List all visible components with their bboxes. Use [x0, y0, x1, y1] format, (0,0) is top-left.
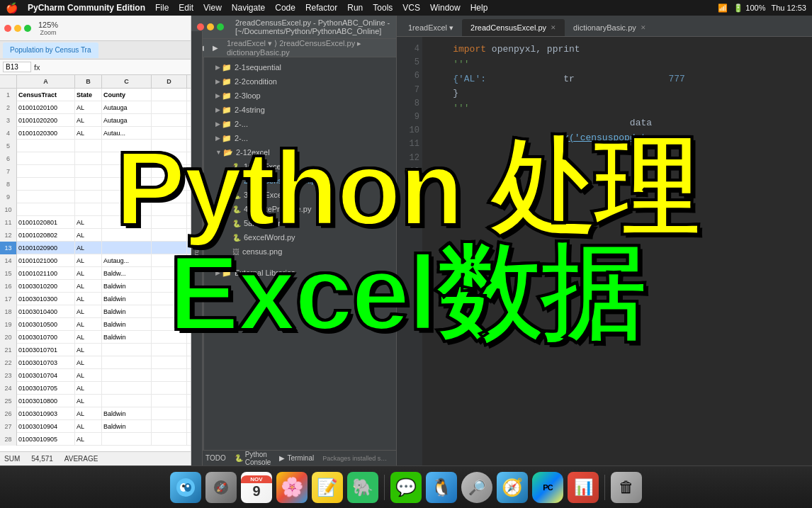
tree-file-5others[interactable]: 🐍 5andOthers.py	[204, 216, 396, 230]
expand-icon: ▶	[215, 269, 220, 276]
svg-text:🚀: 🚀	[216, 482, 227, 492]
sum-value: 54,571	[31, 455, 53, 463]
folder-icon: 📁	[222, 106, 232, 115]
tree-item-label: 5andOthers.py	[244, 219, 295, 227]
tree-item-label: External Libraries	[235, 269, 295, 277]
python-file-icon: 🐍	[232, 163, 241, 171]
table-row: 22 01003010703 AL	[0, 356, 191, 369]
tree-file-4update[interactable]: 🐍 4updateProduce.py	[204, 202, 396, 216]
table-row: 12 01001020802 AL	[0, 229, 191, 242]
cell-reference-input[interactable]	[3, 62, 31, 72]
code-editor-panel: 1readExcel ▾ 2readCensusExcel.py ✕ dicti…	[397, 16, 812, 465]
tree-file-3writeexcel[interactable]: 🐍 3writeExcel.py	[204, 188, 396, 202]
menu-tools[interactable]: Tools	[373, 3, 393, 13]
zoom-label: Zoom	[40, 29, 57, 36]
menu-view[interactable]: View	[203, 3, 222, 13]
battery-icon: 🔋 100%	[733, 4, 765, 13]
tree-external-libs[interactable]: ▶ 📁 External Libraries	[204, 266, 396, 280]
menu-run[interactable]: Run	[347, 3, 363, 13]
col-header-c: C	[102, 75, 152, 88]
spreadsheet-panel: 125% Zoom Population by Census Tra fx A …	[0, 16, 191, 465]
status-message: Packages installed successfully: Install…	[322, 455, 390, 462]
menu-help[interactable]: Help	[470, 3, 488, 13]
minimize-button[interactable]	[14, 25, 21, 32]
sum-label: SUM	[4, 455, 20, 463]
editor-tab-2readcensus[interactable]: 2readCensusExcel.py ✕	[462, 19, 565, 36]
expand-icon: ▶	[215, 106, 220, 113]
tree-folder-loop[interactable]: ▶ 📁 2-3loop	[204, 89, 396, 103]
nav-forward[interactable]: ▶	[210, 43, 221, 53]
calendar-day: 9	[252, 483, 260, 499]
table-row: 11 01001020801 AL	[0, 216, 191, 229]
python-console-button[interactable]: 🐍 Python Console	[235, 451, 271, 466]
tree-item-label: 2-...	[235, 134, 248, 142]
tree-folder-condition[interactable]: ▶ 📁 2-2condition	[204, 74, 396, 89]
dock-launchpad[interactable]: 🚀	[205, 472, 237, 503]
tree-item-label: 3writeExcel.py	[244, 191, 294, 199]
expand-icon: ▼	[215, 149, 222, 156]
menu-file[interactable]: File	[155, 3, 169, 13]
dock-calendar[interactable]: NOV 9	[241, 472, 272, 503]
py-close-button[interactable]	[197, 23, 204, 30]
tree-folder-excel[interactable]: ▼ 📂 2-12excel	[204, 145, 396, 159]
folder-icon: 📁	[222, 91, 232, 101]
tree-folder-2x[interactable]: ▶ 📁 2-...	[204, 117, 396, 131]
editor-tab-1readexcel[interactable]: 1readExcel ▾	[400, 19, 462, 36]
python-file-icon: 🐍	[232, 191, 241, 199]
spreadsheet-tab[interactable]: Population by Census Tra	[3, 43, 98, 58]
tree-file-2readcensus[interactable]: 🐍 2readCensusExcel.py	[204, 174, 396, 188]
editor-tab-dict[interactable]: dictionaryBasic.py ✕	[565, 19, 655, 36]
dock-pycharm[interactable]: PC	[532, 472, 563, 503]
dock-qq[interactable]: 🐧	[426, 472, 457, 503]
menu-code[interactable]: Code	[275, 3, 295, 13]
expand-icon: ▶	[215, 120, 220, 128]
table-row: 26 01003010903 AL Baldwin	[0, 407, 191, 420]
table-row: 14 01001021000 AL Autaug...	[0, 254, 191, 267]
tab-close-icon[interactable]: ✕	[641, 24, 646, 31]
folder-icon: 📁	[222, 63, 232, 72]
dock-photos[interactable]: 🌸	[276, 472, 308, 503]
spreadsheet-tab-bar: Population by Census Tra	[0, 41, 191, 60]
py-maximize-button[interactable]	[217, 23, 224, 30]
dock-search[interactable]: 🔎	[461, 472, 492, 503]
dock-charts[interactable]: 📊	[568, 472, 599, 503]
clock: Thu 12:53	[771, 4, 806, 12]
menu-items: File Edit View Navigate Code Refactor Ru…	[155, 3, 487, 13]
python-file-icon: 🐍	[232, 177, 241, 185]
breadcrumb-path: 1readExcel ▾ ⟩ 2readCensusExcel.py ▸ dic…	[227, 39, 392, 57]
menu-window[interactable]: Window	[430, 3, 461, 13]
editor-tabs: 1readExcel ▾ 2readCensusExcel.py ✕ dicti…	[397, 16, 812, 37]
table-row: 21 01003010701 AL	[0, 344, 191, 356]
tab-close-icon[interactable]: ✕	[551, 24, 556, 31]
close-button[interactable]	[4, 25, 11, 32]
table-row: 4 01001020300 AL Autau...	[0, 127, 191, 140]
menu-vcs[interactable]: VCS	[402, 3, 420, 13]
menu-edit[interactable]: Edit	[179, 3, 193, 13]
table-row[interactable]: 13 01001020900 AL	[0, 242, 191, 254]
todo-label: TODO	[205, 454, 226, 462]
terminal-button[interactable]: ▶ Terminal	[279, 454, 314, 462]
python-icon: 🐍	[235, 454, 243, 462]
menu-refactor[interactable]: Refactor	[305, 3, 337, 13]
table-row: 5	[0, 140, 191, 152]
apple-logo[interactable]: 🍎	[6, 2, 18, 13]
dock-trash[interactable]: 🗑	[611, 472, 642, 503]
tree-file-1readexcel[interactable]: 🐍 1readExcel.py	[204, 159, 396, 174]
tree-folder-sequential[interactable]: ▶ 📁 2-1sequential	[204, 60, 396, 74]
spreadsheet-grid: A B C D 1 CensusTract State County 2 010…	[0, 75, 191, 451]
dock-finder[interactable]	[170, 472, 201, 503]
tree-item-label: 4updateProduce.py	[244, 205, 311, 213]
python-file-icon: 🐍	[232, 234, 241, 242]
tree-file-census[interactable]: 🖼 census.png	[204, 244, 396, 259]
tree-file-6excel[interactable]: 🐍 6excelWord.py	[204, 230, 396, 244]
dock-wechat[interactable]: 💬	[390, 472, 422, 503]
table-row: 16 01003010200 AL Baldwin	[0, 280, 191, 293]
maximize-button[interactable]	[24, 25, 31, 32]
dock-notes[interactable]: 📝	[312, 472, 343, 503]
tree-folder-string[interactable]: ▶ 📁 2-4string	[204, 103, 396, 117]
py-minimize-button[interactable]	[207, 23, 214, 30]
menu-navigate[interactable]: Navigate	[232, 3, 265, 13]
dock-evernote[interactable]: 🐘	[347, 472, 378, 503]
dock-safari[interactable]: 🧭	[497, 472, 528, 503]
tree-folder-2y[interactable]: ▶ 📁 2-...	[204, 131, 396, 145]
